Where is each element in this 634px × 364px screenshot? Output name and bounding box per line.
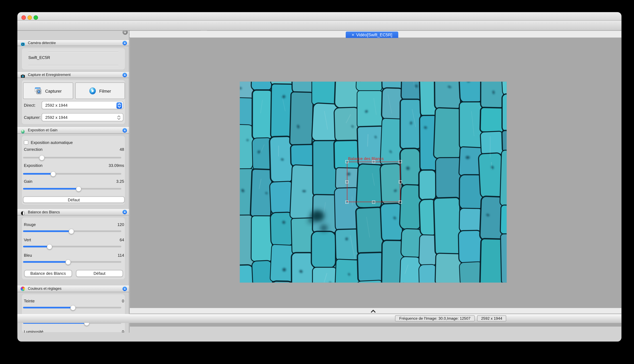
panel-title: Balance des Blancs <box>28 209 60 215</box>
capture-photo-label: Capturer <box>45 88 62 93</box>
white_balance-rouge-label: Rouge <box>24 222 36 227</box>
camera-device-name[interactable]: Swift_EC5R <box>28 55 50 60</box>
title-bar[interactable] <box>17 12 621 20</box>
auto-exposure-checkbox[interactable] <box>24 140 28 145</box>
panel-title: Couleurs et réglages <box>28 286 62 292</box>
panel-title: Caméra détectée <box>28 40 56 46</box>
white_balance-bleu-slider-track[interactable] <box>23 261 121 262</box>
white-balance-icon <box>20 210 25 214</box>
exposure-exposition-value: 33.09ms <box>108 163 124 168</box>
resolution-status: 2592 x 1944 <box>477 315 506 322</box>
exposure-panel-body <box>21 135 125 205</box>
exposure-gain-slider-track[interactable] <box>23 188 121 189</box>
exposure-gain-slider-fill <box>23 188 79 189</box>
white_balance-vert-slider-track[interactable] <box>23 246 121 247</box>
direct-resolution-value: 2592 x 1944 <box>45 102 68 109</box>
white-balance-button[interactable]: Balance des Blancs <box>24 270 72 277</box>
zoom-window-button[interactable] <box>34 15 38 20</box>
white_balance-rouge-value: 120 <box>117 222 124 227</box>
collapse-panel-button[interactable] <box>122 72 127 77</box>
capture-resolution-label: Capturer: <box>24 115 41 120</box>
colors-teinte-label: Teinte <box>24 299 35 303</box>
white_balance-bleu-slider-fill <box>23 261 68 262</box>
colors-panel-body <box>21 294 125 333</box>
panel-title: Exposition et Gain <box>28 127 58 133</box>
exposure-correction-value: 48 <box>120 147 124 152</box>
panel-header-exposure[interactable]: Exposition et Gain <box>17 126 129 134</box>
exposure-gain-value: 3.25 <box>116 179 124 184</box>
toolbar: 33% Pixel NA 10umCSV <box>17 20 621 31</box>
direct-resolution-select[interactable]: 2592 x 1944 <box>42 101 124 109</box>
sidebar: « Caméra détectée Swift_EC5R <box>17 31 129 333</box>
stepper-icon[interactable] <box>116 102 122 109</box>
white-balance-roi[interactable] <box>347 162 400 202</box>
minimize-window-button[interactable] <box>28 15 32 20</box>
close-window-button[interactable] <box>21 15 26 20</box>
colors-luminosite-value: 0 <box>122 330 124 333</box>
direct-resolution-label: Direct: <box>24 103 36 108</box>
roi-resize-handle[interactable] <box>345 200 348 204</box>
exposure-correction-slider-thumb[interactable] <box>39 155 44 160</box>
video-tab-label: Vidéo[Swift_EC5R] <box>356 32 392 37</box>
colors-teinte-slider-fill <box>23 307 73 308</box>
camera-panel-body: Swift_EC5R <box>21 48 125 70</box>
stepper-icon[interactable] <box>116 114 121 122</box>
bottom-panel-strip <box>130 308 622 314</box>
exposure-default-button[interactable]: Défaut <box>23 196 125 203</box>
colors-teinte-value: 0 <box>122 299 124 303</box>
roi-resize-handle[interactable] <box>399 200 402 204</box>
record-video-icon <box>89 87 96 94</box>
exposure-correction-slider-track[interactable] <box>23 157 121 158</box>
white-balance-button-label: Balance des Blancs <box>30 271 66 276</box>
expand-bottom-panel-icon[interactable] <box>371 309 376 313</box>
exposure-icon <box>20 128 25 132</box>
panel-title: Capture et Enregistrement <box>28 72 71 78</box>
exposure-default-label: Défaut <box>68 198 80 202</box>
divider <box>28 66 118 66</box>
white_balance-vert-value: 64 <box>120 238 124 242</box>
white-balance-default-button[interactable]: Défaut <box>76 270 123 277</box>
capture-resolution-select[interactable]: 2592 x 1944 <box>42 113 124 121</box>
record-video-label: Filmer <box>99 88 111 93</box>
white_balance-bleu-label: Bleu <box>24 253 32 258</box>
exposure-gain-label: Gain <box>24 179 32 184</box>
auto-exposure-label: Exposition automatique <box>31 140 73 145</box>
roi-resize-handle[interactable] <box>372 200 375 204</box>
white-balance-roi-label: Balance des Blancs <box>348 156 384 161</box>
status-bar: Fréquence de l'Image: 30.0,Image: 12507 … <box>17 314 621 323</box>
exposure-exposition-label: Exposition <box>24 163 42 168</box>
webcam-icon <box>20 40 25 45</box>
panel-header-white-balance[interactable]: Balance des Blancs <box>17 208 129 215</box>
exposure-correction-label: Correction <box>24 147 42 152</box>
collapse-panel-button[interactable] <box>122 40 127 45</box>
panel-header-capture[interactable]: Capture et Enregistrement <box>17 72 129 78</box>
image-canvas[interactable]: Balance des Blancs <box>130 38 622 327</box>
collapse-panel-button[interactable] <box>122 128 127 132</box>
collapse-panel-button[interactable] <box>122 286 127 291</box>
collapse-panel-button[interactable] <box>122 210 127 214</box>
record-video-button[interactable]: Filmer <box>75 82 125 99</box>
panel-header-camera[interactable]: Caméra détectée <box>17 40 129 46</box>
capture-photo-icon <box>35 87 42 94</box>
roi-resize-handle[interactable] <box>345 180 348 184</box>
white_balance-bleu-value: 114 <box>118 253 124 258</box>
close-tab-icon[interactable]: × <box>352 32 354 37</box>
white_balance-vert-label: Vert <box>24 238 31 242</box>
frame-info-status: Fréquence de l'Image: 30.0,Image: 12507 <box>395 315 475 322</box>
video-tab[interactable]: × Vidéo[Swift_EC5R] <box>346 32 398 38</box>
white_balance-rouge-slider-fill <box>23 230 71 232</box>
screen: 33% Pixel NA 10umCSV « <box>0 0 634 364</box>
divider <box>28 52 118 52</box>
exposure-gain-slider-thumb[interactable] <box>76 186 81 192</box>
color-wheel-icon <box>20 286 25 291</box>
roi-resize-handle[interactable] <box>399 160 402 163</box>
panel-header-colors[interactable]: Couleurs et réglages <box>17 285 129 292</box>
capture-resolution-value: 2592 x 1944 <box>45 114 68 121</box>
roi-resize-handle[interactable] <box>399 180 402 184</box>
collapse-sidebar-glyph: « <box>124 31 126 34</box>
collapse-sidebar-button[interactable]: « <box>122 31 128 35</box>
capture-photo-button[interactable]: Capturer <box>23 82 73 99</box>
white_balance-vert-slider-fill <box>23 246 50 247</box>
exposure-exposition-slider-track[interactable] <box>23 173 121 174</box>
colors-luminosite-label: Luminosité <box>24 330 43 333</box>
